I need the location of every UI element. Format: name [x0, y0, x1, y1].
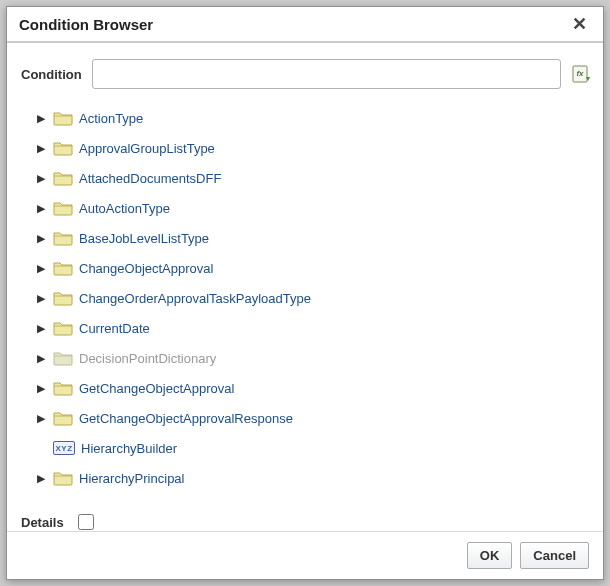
- tree-item[interactable]: ▶ BaseJobLevelListType: [37, 223, 593, 253]
- cancel-button[interactable]: Cancel: [520, 542, 589, 569]
- svg-text:fx: fx: [576, 69, 584, 78]
- tree-item[interactable]: ▶ CurrentDate: [37, 313, 593, 343]
- expand-icon[interactable]: ▶: [37, 322, 47, 335]
- tree-item-label: DecisionPointDictionary: [79, 351, 216, 366]
- expand-icon[interactable]: ▶: [37, 382, 47, 395]
- folder-icon: [53, 350, 73, 366]
- tree-item-label: HierarchyPrincipal: [79, 471, 184, 486]
- folder-icon: [53, 470, 73, 486]
- object-type-icon: XYZ: [53, 441, 75, 455]
- tree-item-label: BaseJobLevelListType: [79, 231, 209, 246]
- condition-row: Condition fx: [21, 59, 593, 89]
- dialog-footer: OK Cancel: [7, 531, 603, 579]
- tree-item[interactable]: ▶ HierarchyPrincipal: [37, 463, 593, 493]
- tree-item-label: AutoActionType: [79, 201, 170, 216]
- folder-icon: [53, 320, 73, 336]
- tree-item-label: ChangeObjectApproval: [79, 261, 213, 276]
- folder-icon: [53, 230, 73, 246]
- tree-item[interactable]: ▶ ChangeOrderApprovalTaskPayloadType: [37, 283, 593, 313]
- ok-button[interactable]: OK: [467, 542, 513, 569]
- folder-icon: [53, 170, 73, 186]
- folder-icon: [53, 200, 73, 216]
- tree-item[interactable]: ▶ DecisionPointDictionary: [37, 343, 593, 373]
- folder-icon: [53, 260, 73, 276]
- expand-icon[interactable]: ▶: [37, 412, 47, 425]
- expression-builder-icon[interactable]: fx: [571, 63, 593, 85]
- condition-browser-dialog: Condition Browser ✕ Condition fx ▶ Actio…: [6, 6, 604, 580]
- folder-icon: [53, 380, 73, 396]
- condition-label: Condition: [21, 67, 82, 82]
- dialog-title: Condition Browser: [19, 16, 153, 33]
- condition-input[interactable]: [92, 59, 561, 89]
- details-checkbox[interactable]: [78, 514, 94, 530]
- expand-icon[interactable]: ▶: [37, 172, 47, 185]
- tree-item-label: ChangeOrderApprovalTaskPayloadType: [79, 291, 311, 306]
- close-icon[interactable]: ✕: [568, 15, 591, 33]
- tree-item-label: HierarchyBuilder: [81, 441, 177, 456]
- folder-icon: [53, 110, 73, 126]
- expand-icon[interactable]: ▶: [37, 112, 47, 125]
- tree-item[interactable]: ▶ AttachedDocumentsDFF: [37, 163, 593, 193]
- expand-icon[interactable]: ▶: [37, 142, 47, 155]
- folder-icon: [53, 290, 73, 306]
- expand-icon[interactable]: ▶: [37, 352, 47, 365]
- tree-item-label: GetChangeObjectApproval: [79, 381, 234, 396]
- tree-item[interactable]: ▶ ApprovalGroupListType: [37, 133, 593, 163]
- expand-icon[interactable]: ▶: [37, 202, 47, 215]
- tree-item[interactable]: ▶XYZHierarchyBuilder: [37, 433, 593, 463]
- folder-icon: [53, 410, 73, 426]
- tree-item-label: CurrentDate: [79, 321, 150, 336]
- dialog-body: Condition fx ▶ ActionType▶ ApprovalGroup…: [7, 43, 603, 531]
- tree-item-label: ApprovalGroupListType: [79, 141, 215, 156]
- folder-icon: [53, 140, 73, 156]
- expand-icon[interactable]: ▶: [37, 472, 47, 485]
- condition-tree: ▶ ActionType▶ ApprovalGroupListType▶ Att…: [21, 103, 593, 493]
- expand-icon[interactable]: ▶: [37, 292, 47, 305]
- tree-item[interactable]: ▶ GetChangeObjectApproval: [37, 373, 593, 403]
- tree-item-label: GetChangeObjectApprovalResponse: [79, 411, 293, 426]
- tree-item[interactable]: ▶ GetChangeObjectApprovalResponse: [37, 403, 593, 433]
- tree-item[interactable]: ▶ AutoActionType: [37, 193, 593, 223]
- tree-item-label: ActionType: [79, 111, 143, 126]
- tree-item-label: AttachedDocumentsDFF: [79, 171, 221, 186]
- tree-item[interactable]: ▶ ChangeObjectApproval: [37, 253, 593, 283]
- tree-item[interactable]: ▶ ActionType: [37, 103, 593, 133]
- details-row: Details: [21, 511, 593, 531]
- titlebar: Condition Browser ✕: [7, 7, 603, 43]
- expand-icon[interactable]: ▶: [37, 232, 47, 245]
- details-label: Details: [21, 515, 64, 530]
- expand-icon[interactable]: ▶: [37, 262, 47, 275]
